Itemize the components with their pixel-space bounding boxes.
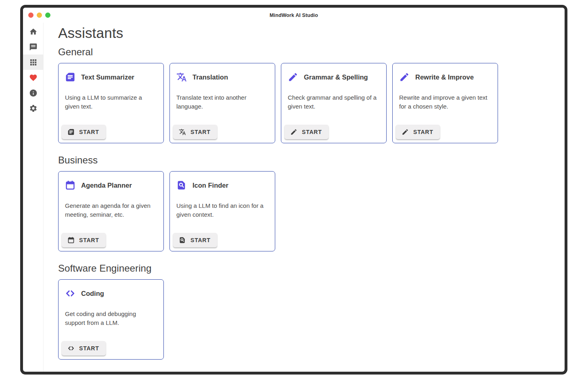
section-heading: Software Engineering bbox=[58, 263, 557, 274]
card-description: Rewrite and improve a given text for a c… bbox=[399, 93, 491, 111]
close-button[interactable] bbox=[28, 13, 33, 18]
card-header: Rewrite & Improve bbox=[399, 72, 491, 82]
code-icon bbox=[65, 288, 75, 299]
app-title: MindWork AI Studio bbox=[270, 13, 318, 18]
start-button[interactable]: START bbox=[62, 125, 106, 139]
sidebar-item-about[interactable] bbox=[23, 85, 43, 100]
card-title: Translation bbox=[193, 73, 228, 81]
heart-icon bbox=[29, 73, 38, 82]
assistant-card: Grammar & Spelling Check grammar and spe… bbox=[281, 63, 387, 143]
sidebar-item-home[interactable] bbox=[23, 24, 43, 39]
traffic-lights bbox=[28, 8, 50, 23]
card-title: Grammar & Spelling bbox=[304, 73, 368, 81]
section-heading: General bbox=[58, 46, 557, 58]
iconsearch-icon bbox=[176, 180, 187, 190]
card-row: Text Summarizer Using a LLM to summarize… bbox=[58, 63, 557, 143]
assistant-card: Rewrite & Improve Rewrite and improve a … bbox=[392, 63, 498, 143]
sidebar-item-chats[interactable] bbox=[23, 39, 43, 54]
page-title: Assistants bbox=[58, 25, 557, 41]
assistant-section: General Text Summarizer Using a LLM to s… bbox=[58, 46, 557, 143]
section-heading: Business bbox=[58, 155, 557, 166]
assistant-section: Business Agenda Planner Generate an agen… bbox=[58, 155, 557, 251]
start-button-label: START bbox=[79, 237, 99, 243]
card-title: Coding bbox=[81, 290, 104, 297]
assistant-card: Text Summarizer Using a LLM to summarize… bbox=[58, 63, 164, 143]
edit-icon bbox=[290, 128, 297, 136]
chat-icon bbox=[29, 43, 38, 51]
sidebar-item-supporters[interactable] bbox=[23, 70, 43, 85]
start-button[interactable]: START bbox=[285, 125, 329, 139]
card-row: Coding Get coding and debugging support … bbox=[58, 279, 557, 360]
card-description: Translate text into another language. bbox=[176, 93, 268, 111]
card-description: Generate an agenda for a given meeting, … bbox=[65, 201, 157, 219]
start-button[interactable]: START bbox=[396, 125, 440, 139]
home-icon bbox=[29, 27, 38, 36]
card-description: Using a LLM to summarize a given text. bbox=[65, 93, 157, 111]
assistant-section: Software Engineering Coding Get coding a… bbox=[58, 263, 557, 360]
card-description: Check grammar and spelling of a given te… bbox=[288, 93, 380, 111]
sidebar bbox=[23, 23, 44, 372]
card-title: Agenda Planner bbox=[81, 182, 132, 189]
start-button-label: START bbox=[302, 129, 322, 135]
sidebar-item-settings[interactable] bbox=[23, 100, 43, 116]
edit-icon bbox=[399, 72, 410, 82]
card-title: Icon Finder bbox=[193, 182, 228, 189]
sidebar-item-assistants[interactable] bbox=[23, 54, 43, 70]
start-button[interactable]: START bbox=[62, 341, 106, 356]
titlebar: MindWork AI Studio bbox=[23, 8, 565, 23]
card-header: Coding bbox=[65, 288, 157, 299]
calendar-icon bbox=[65, 180, 75, 190]
minimize-button[interactable] bbox=[37, 13, 42, 18]
edit-icon bbox=[402, 128, 409, 136]
card-header: Translation bbox=[176, 72, 268, 82]
start-button[interactable]: START bbox=[173, 233, 217, 247]
summarize-icon bbox=[67, 128, 75, 136]
start-button-label: START bbox=[79, 345, 99, 352]
app-window: MindWork AI Studio Assistants General Te… bbox=[20, 5, 567, 375]
start-button-label: START bbox=[413, 129, 433, 135]
card-description: Using a LLM to find an icon for a given … bbox=[176, 201, 268, 219]
card-description: Get coding and debugging support from a … bbox=[65, 310, 157, 327]
start-button-label: START bbox=[79, 129, 99, 135]
card-title: Rewrite & Improve bbox=[415, 73, 474, 81]
card-header: Icon Finder bbox=[176, 180, 268, 190]
assistant-card: Agenda Planner Generate an agenda for a … bbox=[58, 171, 164, 251]
card-header: Agenda Planner bbox=[65, 180, 157, 190]
apps-grid-icon bbox=[29, 58, 38, 67]
content-area: Assistants General Text Summarizer Using… bbox=[44, 23, 565, 372]
start-button-label: START bbox=[190, 129, 211, 135]
card-title: Text Summarizer bbox=[81, 73, 134, 81]
card-header: Grammar & Spelling bbox=[288, 72, 380, 82]
start-button[interactable]: START bbox=[62, 233, 106, 247]
info-icon bbox=[29, 89, 38, 97]
start-button-label: START bbox=[190, 237, 211, 243]
edit-icon bbox=[288, 72, 298, 82]
calendar-icon bbox=[67, 236, 75, 244]
gear-icon bbox=[29, 104, 38, 113]
iconsearch-icon bbox=[179, 236, 186, 244]
code-icon bbox=[67, 345, 75, 352]
assistant-card: Coding Get coding and debugging support … bbox=[58, 279, 164, 360]
translate-icon bbox=[179, 128, 186, 136]
assistant-card: Translation Translate text into another … bbox=[169, 63, 275, 143]
zoom-button[interactable] bbox=[45, 13, 50, 18]
card-header: Text Summarizer bbox=[65, 72, 157, 82]
card-row: Agenda Planner Generate an agenda for a … bbox=[58, 171, 557, 251]
start-button[interactable]: START bbox=[173, 125, 217, 139]
assistant-card: Icon Finder Using a LLM to find an icon … bbox=[169, 171, 275, 251]
summarize-icon bbox=[65, 72, 75, 82]
translate-icon bbox=[176, 72, 187, 82]
